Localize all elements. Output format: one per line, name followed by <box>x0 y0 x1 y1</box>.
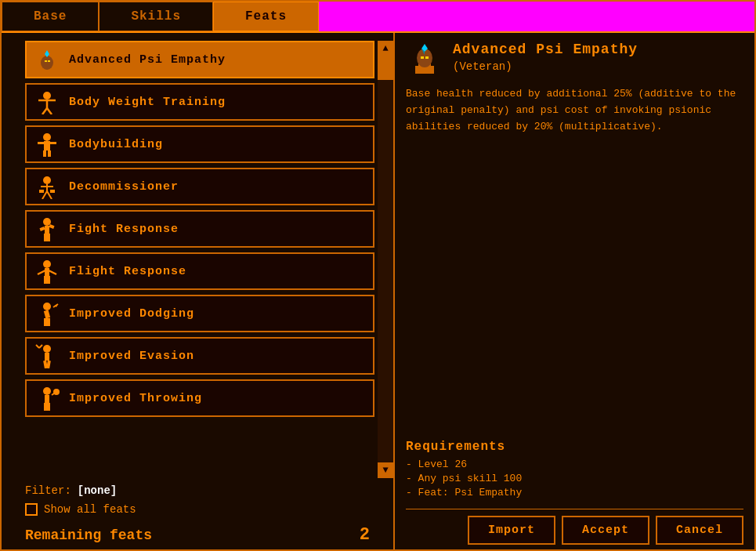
detail-spacer <box>406 143 743 440</box>
svg-point-28 <box>43 260 51 268</box>
show-all-row: Show all feats <box>25 503 370 516</box>
detail-feat-icon <box>406 41 443 78</box>
svg-rect-29 <box>45 268 49 276</box>
accept-button[interactable]: Accept <box>562 516 649 545</box>
svg-point-46 <box>43 387 51 395</box>
feat-label-improved-evasion: Improved Evasion <box>69 350 194 363</box>
svg-rect-37 <box>47 318 50 326</box>
svg-rect-3 <box>48 60 50 62</box>
feat-item-advanced-psi-empathy[interactable]: Advanced Psi Empathy <box>25 41 374 78</box>
svg-rect-58 <box>421 56 424 59</box>
feat-item-improved-evasion[interactable]: Improved Evasion <box>25 337 374 375</box>
svg-line-7 <box>42 108 47 114</box>
feat-icon-body-weight-training <box>33 88 61 116</box>
svg-rect-53 <box>415 66 421 74</box>
filter-value[interactable]: [none] <box>78 484 117 497</box>
remaining-count: 2 <box>360 525 370 545</box>
svg-rect-50 <box>44 403 47 411</box>
svg-rect-32 <box>44 276 47 284</box>
feat-icon-bodybuilding <box>33 130 61 158</box>
tab-base[interactable]: Base <box>2 2 99 31</box>
svg-point-4 <box>43 92 51 100</box>
svg-rect-54 <box>428 66 434 74</box>
svg-point-0 <box>41 56 53 70</box>
svg-rect-10 <box>44 141 50 150</box>
svg-line-8 <box>47 108 52 114</box>
svg-rect-24 <box>39 227 45 231</box>
feat-icon-flight-response <box>33 257 61 285</box>
svg-point-15 <box>43 176 51 184</box>
svg-rect-59 <box>425 56 429 59</box>
filter-label: Filter: <box>25 484 71 497</box>
feat-label-decommissioner: Decommissioner <box>69 180 179 194</box>
feat-label-bodybuilding: Bodybuilding <box>69 138 163 151</box>
requirement-1: - Any psi skill 100 <box>406 473 743 484</box>
feat-icon-improved-throwing <box>33 384 61 412</box>
svg-rect-41 <box>45 353 49 361</box>
svg-rect-13 <box>43 150 46 157</box>
feat-label-body-weight-training: Body Weight Training <box>69 96 226 109</box>
left-bottom: Filter: [none] Show all feats Remaining … <box>2 478 393 551</box>
import-button[interactable]: Import <box>468 516 555 545</box>
requirements-section: Requirements - Level 26 - Any psi skill … <box>406 440 743 501</box>
cancel-button[interactable]: Cancel <box>656 516 743 545</box>
svg-rect-36 <box>44 318 47 326</box>
svg-rect-11 <box>38 142 44 144</box>
left-panel: Advanced Psi Empathy Body Weight Trainin… <box>2 33 393 551</box>
svg-rect-51 <box>47 403 50 411</box>
scroll-track[interactable] <box>378 56 393 462</box>
svg-rect-35 <box>44 310 50 318</box>
feat-label-advanced-psi-empathy: Advanced Psi Empathy <box>69 53 226 67</box>
feat-item-improved-throwing[interactable]: Improved Throwing <box>25 379 374 417</box>
svg-rect-26 <box>44 234 47 241</box>
svg-rect-21 <box>50 190 55 193</box>
scroll-up-button[interactable]: ▲ <box>378 41 393 56</box>
tab-feats[interactable]: Feats <box>213 2 319 31</box>
svg-rect-14 <box>48 150 51 157</box>
requirement-0: - Level 26 <box>406 459 743 470</box>
svg-rect-2 <box>45 60 47 62</box>
feat-item-flight-response[interactable]: Flight Response <box>25 252 374 290</box>
requirements-title: Requirements <box>406 440 743 454</box>
remaining-label: Remaining feats <box>25 527 152 543</box>
tab-spacer <box>319 2 754 31</box>
svg-rect-33 <box>47 276 50 284</box>
show-all-checkbox[interactable] <box>25 503 38 516</box>
detail-subtitle: (Veteran) <box>453 60 743 73</box>
feat-item-body-weight-training[interactable]: Body Weight Training <box>25 83 374 121</box>
feat-label-flight-response: Flight Response <box>69 265 186 278</box>
feat-icon-decommissioner <box>33 172 61 201</box>
feat-label-improved-throwing: Improved Throwing <box>69 392 202 405</box>
requirement-2: - Feat: Psi Empathy <box>406 487 743 498</box>
scroll-thumb[interactable] <box>378 56 393 80</box>
feat-icon-improved-evasion <box>33 342 61 370</box>
button-row: Import Accept Cancel <box>406 509 743 545</box>
feat-list: Advanced Psi Empathy Body Weight Trainin… <box>25 41 374 478</box>
svg-rect-43 <box>46 361 51 368</box>
main-window: Base Skills Feats Advanced Psi Empathy <box>0 0 756 551</box>
scrollbar: ▲ ▼ <box>378 41 393 478</box>
svg-rect-25 <box>49 224 54 229</box>
tab-bar: Base Skills Feats <box>2 2 754 33</box>
scroll-down-button[interactable]: ▼ <box>378 462 393 478</box>
feat-label-improved-dodging: Improved Dodging <box>69 307 194 321</box>
feat-item-improved-dodging[interactable]: Improved Dodging <box>25 295 374 332</box>
feat-item-fight-response[interactable]: Fight Response <box>25 210 374 248</box>
svg-rect-23 <box>45 226 49 234</box>
tab-skills[interactable]: Skills <box>99 2 213 31</box>
feat-icon-fight-response <box>33 215 61 243</box>
main-content: Advanced Psi Empathy Body Weight Trainin… <box>2 33 754 551</box>
svg-rect-27 <box>47 234 50 241</box>
filter-row: Filter: [none] <box>25 484 370 497</box>
right-panel: Advanced Psi Empathy (Veteran) Base heal… <box>393 33 754 551</box>
feat-item-bodybuilding[interactable]: Bodybuilding <box>25 125 374 163</box>
svg-point-9 <box>43 133 51 141</box>
feat-item-decommissioner[interactable]: Decommissioner <box>25 168 374 205</box>
svg-line-45 <box>39 345 42 348</box>
svg-rect-20 <box>39 190 44 193</box>
svg-rect-47 <box>45 395 49 403</box>
detail-header: Advanced Psi Empathy (Veteran) <box>406 41 743 78</box>
svg-point-34 <box>43 303 51 310</box>
feat-label-fight-response: Fight Response <box>69 223 179 236</box>
detail-title-area: Advanced Psi Empathy (Veteran) <box>453 41 743 73</box>
